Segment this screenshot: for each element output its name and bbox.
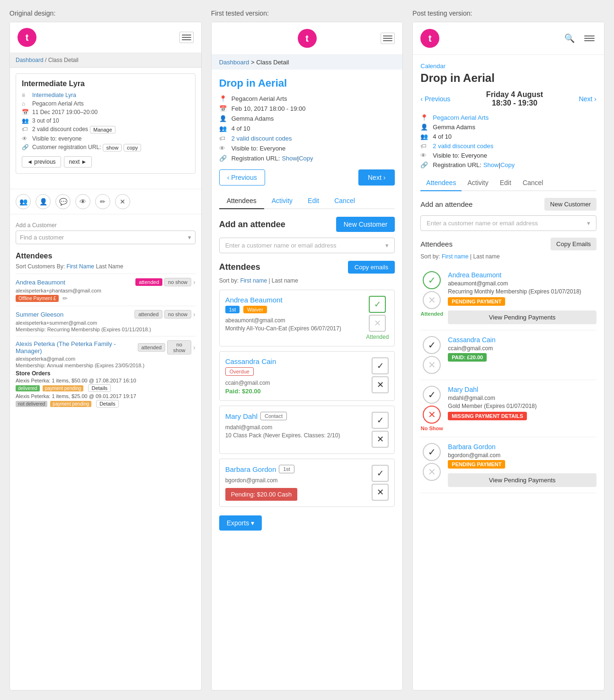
ptv-check-button[interactable]: ✓ — [423, 386, 441, 404]
ptv-check-button[interactable]: ✓ — [423, 336, 441, 354]
ftv-previous-button[interactable]: ‹ Previous — [219, 169, 265, 186]
chat-action-icon[interactable]: 💬 — [55, 194, 71, 209]
ptv-x-button[interactable]: ✕ — [423, 356, 441, 374]
previous-button[interactable]: ◄ previous — [22, 156, 61, 168]
ftv-next-button[interactable]: Next › — [358, 169, 395, 186]
ptv-check-area: ✓ ✕ No Show — [420, 386, 443, 431]
next-button[interactable]: next ► — [64, 156, 92, 168]
find-customer-input[interactable]: Find a customer ▾ — [16, 230, 196, 244]
ptv-sort-last[interactable]: Last name — [473, 253, 500, 260]
ftv-breadcrumb-dashboard[interactable]: Dashboard — [219, 59, 249, 66]
breadcrumb-dashboard[interactable]: Dashboard — [16, 57, 44, 63]
ftv-attendee-name[interactable]: Andrea Beaumont — [225, 296, 361, 304]
ftv-discount-link[interactable]: 2 valid discount codes — [231, 135, 292, 142]
ftv-sort-last[interactable]: Last name — [272, 277, 298, 284]
ptv-attendee-name[interactable]: Andrea Beaumont — [448, 271, 596, 279]
ptv-tab-activity[interactable]: Activity — [462, 175, 494, 190]
ptv-new-customer-button[interactable]: New Customer — [544, 198, 596, 211]
tab-activity[interactable]: Activity — [264, 193, 300, 208]
ftv-customer-search[interactable]: Enter a customer name or email address ▾ — [219, 238, 395, 253]
ptv-next-button[interactable]: Next › — [579, 95, 596, 103]
noshow-button[interactable]: no show — [164, 310, 191, 319]
tab-cancel[interactable]: Cancel — [327, 193, 363, 208]
ptv-show-link[interactable]: Show — [483, 161, 499, 168]
ftv-new-customer-button[interactable]: New Customer — [336, 217, 395, 232]
hamburger-button[interactable] — [179, 32, 194, 43]
ftv-check-button[interactable]: ✓ — [372, 465, 389, 482]
ftv-x-button[interactable]: ✕ — [372, 431, 389, 448]
ptv-tab-attendees[interactable]: Attendees — [420, 175, 462, 191]
ftv-copy-emails-button[interactable]: Copy emails — [348, 261, 395, 274]
attended-button[interactable]: attended — [134, 310, 162, 319]
ftv-sort-first[interactable]: First name — [240, 277, 267, 284]
tab-edit[interactable]: Edit — [300, 193, 327, 208]
ptv-search-placeholder: Enter a customer name or email address — [427, 220, 538, 227]
ptv-attendee-row: ✓ ✕ Cassandra Cain ccain@gmail.com PAID:… — [420, 330, 596, 380]
ftv-attendee-name[interactable]: Mary Dahl — [225, 412, 258, 420]
ptv-view-pending-button[interactable]: View Pending Payments — [448, 310, 596, 324]
ptv-view-pending-button[interactable]: View Pending Payments — [448, 473, 596, 487]
group-action-icon[interactable]: 👥 — [16, 194, 31, 209]
ftv-attendee-name[interactable]: Cassandra Cain — [225, 357, 366, 365]
search-icon[interactable]: 🔍 — [564, 33, 575, 44]
order-details-button[interactable]: Details — [96, 400, 119, 408]
ptv-tab-cancel[interactable]: Cancel — [517, 175, 549, 190]
ptv-discount-link[interactable]: 2 valid discount codes — [433, 142, 493, 150]
tab-attendees[interactable]: Attendees — [219, 193, 264, 209]
edit-icon[interactable]: ✏ — [62, 295, 68, 302]
ptv-attendee-name[interactable]: Cassandra Cain — [448, 336, 596, 344]
attendee-header: Summer Gleeson attended no show › — [16, 310, 196, 319]
ptv-attendee-name[interactable]: Barbara Gordon — [448, 443, 596, 451]
hamburger-line — [584, 35, 595, 36]
ftv-x-button[interactable]: ✕ — [372, 376, 389, 393]
person-action-icon[interactable]: 👤 — [36, 194, 51, 209]
close-action-icon[interactable]: ✕ — [115, 194, 130, 209]
ptv-attendee-info: Andrea Beaumont abeaumont@gmail.com Recu… — [448, 271, 596, 324]
ftv-attendee-name[interactable]: Barbara Gordon — [225, 465, 276, 473]
ftv-exports-button[interactable]: Exports ▾ — [219, 515, 262, 531]
show-url-button[interactable]: show — [103, 144, 122, 151]
ptv-attendee-name[interactable]: Mary Dahl — [448, 386, 596, 393]
ftv-x-button[interactable]: ✕ — [372, 484, 389, 501]
sort-first-name[interactable]: First Name — [66, 263, 94, 270]
sort-last-name[interactable]: Last Name — [96, 263, 123, 270]
ftv-hamburger-button[interactable] — [381, 33, 395, 44]
ptv-x-button[interactable]: ✕ — [423, 291, 441, 309]
ptv-previous-button[interactable]: ‹ Previous — [420, 95, 450, 103]
ptv-hamburger-button[interactable] — [582, 33, 596, 44]
attended-button[interactable]: attended — [135, 278, 162, 286]
class-name-link[interactable]: Intermediate Lyra — [32, 92, 76, 98]
ptv-tabs: Attendees Activity Edit Cancel — [420, 175, 596, 191]
ptv-x-button[interactable]: ✕ — [423, 463, 441, 481]
ftv-x-button[interactable]: ✕ — [369, 315, 386, 332]
ftv-attendee-card: Cassandra Cain Overdue ccain@gmail.com P… — [219, 351, 395, 401]
edit-action-icon[interactable]: ✏ — [95, 194, 110, 209]
eye-action-icon[interactable]: 👁 — [75, 194, 90, 209]
noshow-button[interactable]: no show — [167, 340, 191, 354]
ptv-copy-emails-button[interactable]: Copy Emails — [551, 238, 596, 250]
ptv-tab-edit[interactable]: Edit — [494, 175, 517, 190]
ftv-attendee-info: Mary Dahl Contact mdahl@gmail.com 10 Cla… — [225, 412, 366, 439]
ptv-check-button[interactable]: ✓ — [423, 443, 441, 461]
manage-discount-button[interactable]: Manage — [90, 126, 116, 133]
ptv-attendee-info: Mary Dahl mdahl@gmail.com Gold Member (E… — [448, 386, 596, 422]
ftv-show-link[interactable]: Show — [282, 155, 297, 162]
ftv-check-button[interactable]: ✓ — [372, 412, 389, 429]
ftv-check-button[interactable]: ✓ — [369, 296, 386, 313]
ptv-calendar-link[interactable]: Calendar — [420, 62, 596, 70]
ptv-x-button[interactable]: ✕ — [423, 406, 441, 424]
noshow-button[interactable]: no show — [164, 278, 191, 286]
ftv-sort-row: Sort by: First name | Last name — [219, 277, 395, 284]
class-title: Intermediate Lyra — [22, 80, 189, 88]
ptv-copy-link[interactable]: Copy — [500, 161, 515, 168]
order-details-button[interactable]: Details — [88, 384, 111, 392]
attendee-status-buttons: attended no show › — [138, 340, 196, 354]
ptv-venue-link[interactable]: Pegacorn Aerial Arts — [433, 114, 489, 121]
ptv-sort-first[interactable]: First name — [442, 253, 469, 260]
ftv-copy-link[interactable]: Copy — [299, 155, 313, 162]
ptv-check-button[interactable]: ✓ — [423, 271, 441, 289]
ptv-customer-search[interactable]: Enter a customer name or email address ▾ — [420, 215, 596, 231]
ftv-check-button[interactable]: ✓ — [372, 357, 389, 374]
attended-button[interactable]: attended — [138, 343, 166, 352]
copy-url-button[interactable]: copy — [124, 144, 141, 151]
